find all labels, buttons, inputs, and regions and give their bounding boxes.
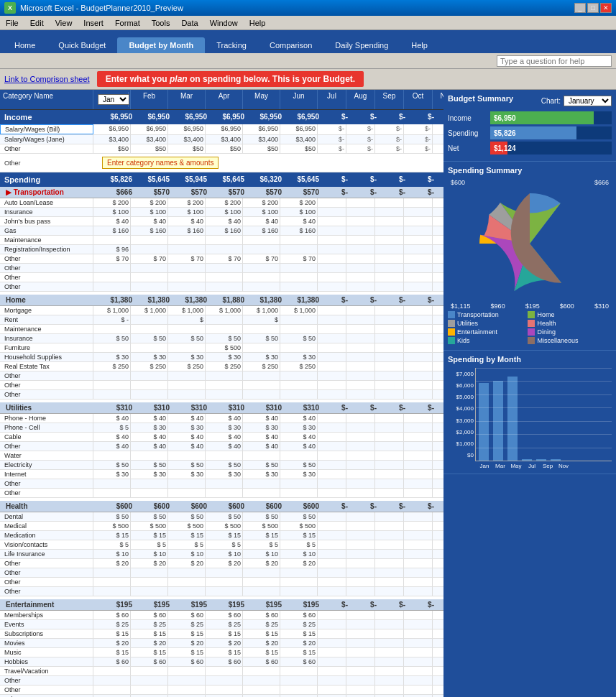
bar-may — [507, 377, 518, 461]
tab-comparison[interactable]: Comparison — [258, 37, 323, 53]
legend-health: Health — [528, 320, 606, 327]
minimize-btn[interactable]: _ — [574, 3, 586, 13]
income-bar-value: $6,950 — [492, 114, 518, 123]
spending-section-header: Spending $5,826 $5,645 $5,945 $5,645 $6,… — [0, 172, 443, 187]
chart-label: Chart: — [541, 97, 561, 105]
ent-row-movies: Movies $ 20$ 20$ 20 $ 20$ 20$ 20 $ 120 — [0, 639, 443, 648]
menu-window[interactable]: Window — [207, 18, 241, 28]
home-row-supplies: Household Supplies $ 30$ 30$ 30 $ 30$ 30… — [0, 353, 443, 362]
income-bar-fill: $6,950 — [490, 111, 594, 124]
window-controls: _ □ ✕ — [574, 3, 612, 13]
tab-budget-by-month[interactable]: Budget by Month — [117, 37, 205, 53]
legend-color-kids — [448, 337, 455, 344]
health-row-other2: Other - — [0, 568, 443, 578]
util-row-other: Other $ 40$ 40$ 40 $ 40$ 40$ 40 $ 240 — [0, 442, 443, 451]
col-category: Category Name — [0, 90, 93, 109]
legend-utilities: Utilities — [448, 320, 526, 327]
pie-legend: Transportation Home Utilities Health Ent… — [448, 310, 612, 346]
legend-color-home — [528, 311, 535, 318]
home-row-realestate: Real Estate Tax $ 250$ 250$ 250 $ 250$ 2… — [0, 362, 443, 371]
transport-header: ▶ Transportation $666 $570 $570 $570 $57… — [0, 187, 443, 198]
spreadsheet: Category Name JanFebMar Feb Mar Apr May … — [0, 90, 443, 697]
util-row-phonecell: Phone - Cell $ 5$ 30$ 30 $ 30$ 30$ 30 $ … — [0, 423, 443, 433]
month-dropdown[interactable]: JanFebMar — [98, 94, 129, 105]
util-row-water: Water $ 240 — [0, 451, 443, 461]
tab-home[interactable]: Home — [3, 37, 47, 53]
legend-entertainment: Entertainment — [448, 328, 526, 336]
legend-transportation: Transportation — [448, 311, 526, 318]
income-bar-row: Income $6,950 — [448, 111, 612, 124]
help-input[interactable] — [497, 55, 612, 67]
tab-help[interactable]: Help — [400, 37, 439, 53]
net-bar-fill: $1,124 — [490, 142, 507, 154]
action-bar: Link to Comprison sheet Enter what you p… — [0, 69, 616, 90]
col-feb: Feb — [131, 90, 168, 109]
income-bar-label: Income — [448, 114, 487, 122]
comparison-link[interactable]: Link to Comprison sheet — [4, 75, 90, 83]
legend-color-entertainment — [448, 328, 455, 336]
pie-top-labels: $600 $666 — [448, 179, 612, 186]
menu-data[interactable]: Data — [178, 18, 201, 28]
spending-summary-title: Spending Summary — [448, 166, 612, 175]
tab-tracking[interactable]: Tracking — [205, 37, 258, 53]
chart-month-dropdown[interactable]: JanuaryFebruaryMarch — [564, 96, 612, 106]
legend-color-health — [528, 320, 535, 327]
income-row-other1: Other $50 $50 $50 $50 $50 $50 $- $- $- $… — [0, 144, 443, 154]
home-row-other1: Other - — [0, 371, 443, 381]
menu-insert[interactable]: Insert — [81, 18, 106, 28]
util-row-other2: Other - — [0, 479, 443, 489]
legend-color-dining — [528, 328, 535, 336]
budget-summary-section: Budget Summary Chart: JanuaryFebruaryMar… — [443, 90, 616, 162]
utilities-header: Utilities $310 $310 $310 $310 $310 $310 … — [0, 402, 443, 414]
col-may: May — [243, 90, 280, 109]
health-row-dental: Dental $ 50$ 50$ 50 $ 50$ 50$ 50 $ 300 — [0, 512, 443, 522]
main-content: Category Name JanFebMar Feb Mar Apr May … — [0, 90, 616, 697]
menu-edit[interactable]: Edit — [27, 18, 47, 28]
transport-row-buspass: John's bus pass $ 40$ 40$ 40 $ 40$ 40$ 4… — [0, 217, 443, 226]
health-row-life: Life Insurance $ 10$ 10$ 10 $ 10$ 10$ 10… — [0, 550, 443, 559]
net-bar-row: Net $1,124 — [448, 142, 612, 154]
health-row-medical: Medical $ 500$ 500$ 500 $ 500$ 500$ 500 … — [0, 522, 443, 531]
pie-chart-svg — [458, 186, 602, 301]
menu-tools[interactable]: Tools — [149, 18, 173, 28]
home-row-insurance: Insurance $ 50$ 50$ 50 $ 50$ 50$ 50 $ 30… — [0, 334, 443, 343]
x-axis-labels: Jan Mar May Jul Sep Nov — [448, 463, 612, 469]
menu-view[interactable]: View — [52, 18, 75, 28]
help-bar — [0, 53, 616, 69]
tab-daily-spending[interactable]: Daily Spending — [323, 37, 400, 53]
bar-jan — [479, 383, 489, 461]
col-oct: Oct — [404, 90, 433, 109]
legend-color-utilities — [448, 320, 455, 327]
health-row-other3: Other - — [0, 578, 443, 587]
menu-help[interactable]: Help — [247, 18, 269, 28]
health-row-other1: Other $ 20$ 20$ 20 $ 20$ 20$ 20 $ 120 — [0, 559, 443, 568]
spending-bar-fill: $5,826 — [490, 126, 576, 139]
col-aug: Aug — [346, 90, 375, 109]
bar-chart-area — [475, 368, 612, 461]
legend-kids: Kids — [448, 337, 526, 344]
close-btn[interactable]: ✕ — [600, 3, 612, 13]
transport-row-insurance: Insurance $ 100$ 100$ 100 $ 100$ 100$ 10… — [0, 208, 443, 217]
ent-row-events: Events $ 25$ 25$ 25 $ 25$ 25$ 25 $ 150 — [0, 620, 443, 629]
col-jun: Jun — [280, 90, 318, 109]
right-panel: Budget Summary Chart: JanuaryFebruaryMar… — [443, 90, 616, 697]
spending-bar-container: $5,826 — [490, 126, 612, 139]
util-row-phonehome: Phone - Home $ 40$ 40$ 40 $ 40$ 40$ 40 $… — [0, 414, 443, 423]
bar-nov — [551, 459, 561, 461]
ent-row-other1: Other — [0, 676, 443, 686]
transport-row-gas: Gas $ 160$ 160$ 160 $ 160$ 160$ 160 $ 96… — [0, 226, 443, 236]
legend-color-misc — [528, 337, 535, 344]
bar-jul — [522, 459, 532, 461]
health-row-vision: Vision/contacts $ 5$ 5$ 5 $ 5$ 5$ 5 $ 30 — [0, 540, 443, 550]
util-row-internet: Internet $ 30$ 30$ 30 $ 30$ 30$ 30 $ 180 — [0, 470, 443, 479]
plan-banner: Enter what you plan on spending below. T… — [97, 71, 364, 87]
restore-btn[interactable]: □ — [587, 3, 599, 13]
pie-bottom-labels: $1,115 $960 $195 $600 $310 — [448, 303, 612, 310]
menu-file[interactable]: File — [3, 18, 22, 28]
health-header: Health $600 $600 $600 $600 $600 $600 $-$… — [0, 501, 443, 512]
home-row-furniture: Furniture $ 500 $ 500 — [0, 343, 443, 353]
menu-format[interactable]: Format — [112, 18, 143, 28]
tab-quick-budget[interactable]: Quick Budget — [47, 37, 117, 53]
net-bar-label: Net — [448, 144, 487, 152]
pie-chart-wrapper: $600 $666 — [448, 179, 612, 310]
